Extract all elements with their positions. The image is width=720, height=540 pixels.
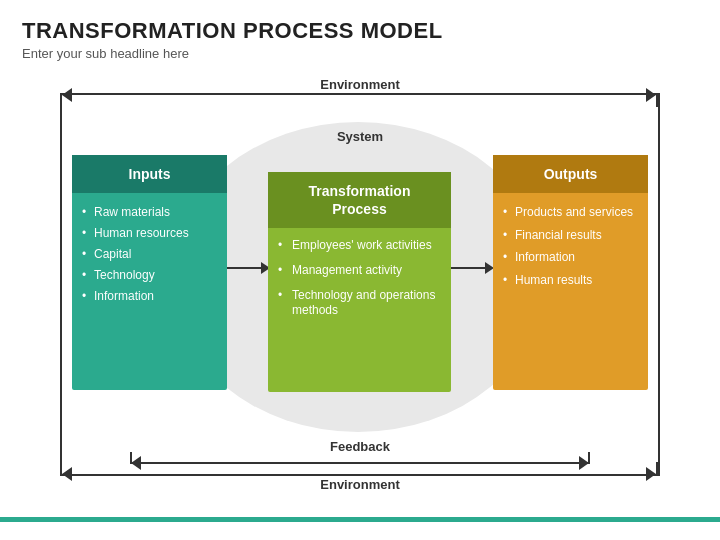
inputs-header: Inputs: [72, 155, 227, 193]
sub-title: Enter your sub headline here: [22, 46, 698, 61]
env-left-line: [60, 93, 62, 476]
feedback-arrow: [130, 452, 590, 464]
main-title: TRANSFORMATION PROCESS MODEL: [22, 18, 698, 44]
header: TRANSFORMATION PROCESS MODEL Enter your …: [0, 0, 720, 65]
inputs-list: Raw materials Human resources Capital Te…: [72, 193, 227, 320]
transformation-box: TransformationProcess Employees' work ac…: [268, 172, 451, 392]
bottom-bar: [0, 517, 720, 522]
env-label-bottom: Environment: [310, 477, 410, 492]
list-item: Information: [503, 250, 638, 266]
diagram-area: Environment Environment System Inputs Ra…: [0, 67, 720, 522]
inputs-title: Inputs: [129, 166, 171, 182]
outputs-list: Products and services Financial results …: [493, 193, 648, 305]
arrow-transform-to-outputs: [451, 267, 492, 269]
list-item: Raw materials: [82, 205, 217, 219]
list-item: Human resources: [82, 226, 217, 240]
env-label-top: Environment: [310, 77, 410, 92]
list-item: Technology: [82, 268, 217, 282]
transformation-title: TransformationProcess: [309, 182, 411, 218]
outputs-header: Outputs: [493, 155, 648, 193]
list-item: Financial results: [503, 228, 638, 244]
system-label: System: [310, 129, 410, 144]
list-item: Information: [82, 289, 217, 303]
list-item: Capital: [82, 247, 217, 261]
transformation-list: Employees' work activities Management ac…: [268, 228, 451, 337]
list-item: Technology and operations methods: [278, 288, 441, 319]
list-item: Employees' work activities: [278, 238, 441, 254]
outputs-box: Outputs Products and services Financial …: [493, 155, 648, 390]
list-item: Management activity: [278, 263, 441, 279]
inputs-box: Inputs Raw materials Human resources Cap…: [72, 155, 227, 390]
outputs-title: Outputs: [544, 166, 598, 182]
env-arrow-top: [60, 93, 658, 107]
list-item: Products and services: [503, 205, 638, 221]
arrow-inputs-to-transform: [227, 267, 268, 269]
env-right-line: [658, 93, 660, 476]
transformation-header: TransformationProcess: [268, 172, 451, 228]
env-arrow-bottom: [60, 462, 658, 476]
list-item: Human results: [503, 273, 638, 289]
